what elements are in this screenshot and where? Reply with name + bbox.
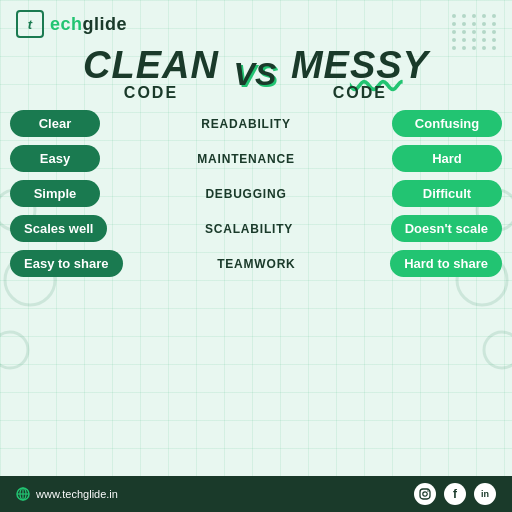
messy-debugging: Difficult	[392, 180, 502, 207]
category-maintenance: MAINTENANCE	[106, 152, 386, 166]
footer-left: www.techglide.in	[16, 487, 118, 501]
row-maintenance: Easy MAINTENANCE Hard	[10, 145, 502, 172]
clean-debugging: Simple	[10, 180, 100, 207]
footer-website: www.techglide.in	[36, 488, 118, 500]
messy-y: Y	[403, 44, 429, 86]
messy-me: ME	[291, 44, 350, 86]
logo-icon: t	[16, 10, 44, 38]
logo-text: echglide	[50, 14, 127, 35]
instagram-icon[interactable]	[414, 483, 436, 505]
vs-badge: VS	[227, 46, 283, 102]
messy-scalability: Doesn't scale	[391, 215, 502, 242]
header: t echglide	[0, 0, 512, 42]
logo-highlight: ech	[50, 14, 83, 34]
category-debugging: DEBUGGING	[106, 187, 386, 201]
title-section: CLEAN CODE VS MESSY CODE	[0, 42, 512, 110]
clean-readability: Clear	[10, 110, 100, 137]
linkedin-icon[interactable]: in	[474, 483, 496, 505]
messy-readability: Confusing	[392, 110, 502, 137]
clean-title: CLEAN CODE	[83, 46, 219, 102]
facebook-icon[interactable]: f	[444, 483, 466, 505]
messy-title-small: CODE	[291, 84, 429, 102]
clean-title-small: CODE	[83, 84, 219, 102]
clean-maintenance: Easy	[10, 145, 100, 172]
row-readability: Clear READABILITY Confusing	[10, 110, 502, 137]
clean-title-big: CLEAN	[83, 46, 219, 84]
messy-maintenance: Hard	[392, 145, 502, 172]
svg-point-11	[423, 492, 427, 496]
footer: www.techglide.in f in	[0, 476, 512, 512]
category-readability: READABILITY	[106, 117, 386, 131]
messy-ss: SS	[350, 44, 403, 86]
footer-right: f in	[414, 483, 496, 505]
category-teamwork: TEAMWORK	[129, 257, 385, 271]
row-scalability: Scales well SCALABILITY Doesn't scale	[10, 215, 502, 242]
messy-title-big: MESSY	[291, 46, 429, 84]
vs-text: VS	[234, 56, 277, 93]
row-teamwork: Easy to share TEAMWORK Hard to share	[10, 250, 502, 277]
category-scalability: SCALABILITY	[113, 222, 384, 236]
globe-icon	[16, 487, 30, 501]
comparison-table: Clear READABILITY Confusing Easy MAINTEN…	[0, 110, 512, 476]
messy-teamwork: Hard to share	[390, 250, 502, 277]
row-debugging: Simple DEBUGGING Difficult	[10, 180, 502, 207]
clean-teamwork: Easy to share	[10, 250, 123, 277]
messy-title: MESSY CODE	[291, 46, 429, 102]
svg-point-12	[427, 490, 429, 492]
clean-scalability: Scales well	[10, 215, 107, 242]
